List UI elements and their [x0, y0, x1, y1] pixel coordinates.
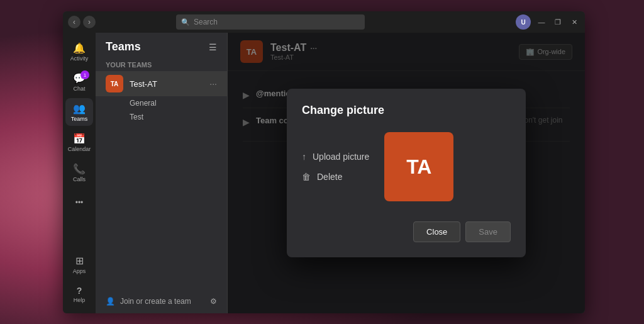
teams-window: ‹ › 🔍 Search U — ❐ ✕ 🔔 Activity 💬 Chat 1 — [63, 11, 585, 313]
trash-icon: 🗑 — [302, 172, 311, 182]
calendar-icon: 📅 — [73, 133, 86, 145]
sidebar: Teams ☰ Your teams TA Test-AT ··· Genera… — [96, 33, 228, 313]
sidebar-title: Teams — [106, 40, 204, 53]
upload-picture-item[interactable]: ↑ Upload picture — [302, 152, 369, 162]
activity-label: Activity — [70, 55, 89, 62]
modal-actions: ↑ Upload picture 🗑 Delete — [302, 152, 369, 182]
upload-icon: ↑ — [302, 152, 306, 162]
modal-body: ↑ Upload picture 🗑 Delete TA — [302, 132, 511, 201]
activity-icon: 🔔 — [73, 42, 86, 54]
delete-label: Delete — [317, 172, 342, 182]
sidebar-item-chat[interactable]: 💬 Chat 1 — [65, 68, 93, 96]
teams-label: Teams — [71, 116, 88, 122]
join-team-icon: 👤 — [106, 297, 115, 306]
team-avatar: TA — [106, 75, 123, 92]
search-icon: 🔍 — [181, 18, 190, 26]
filter-button[interactable]: ☰ — [209, 42, 217, 52]
sidebar-item-help[interactable]: ? Help — [65, 281, 93, 308]
sidebar-item-more[interactable]: ••• — [65, 189, 93, 216]
nav-controls: ‹ › — [68, 16, 96, 28]
sidebar-item-calls[interactable]: 📞 Calls — [65, 159, 93, 186]
chat-badge: 1 — [80, 70, 89, 79]
modal-title: Change picture — [302, 104, 511, 117]
nav-rail: 🔔 Activity 💬 Chat 1 👥 Teams 📅 Calendar 📞… — [63, 33, 96, 313]
sidebar-item-calendar[interactable]: 📅 Calendar — [65, 128, 93, 156]
sidebar-header: Teams ☰ — [96, 33, 227, 59]
calendar-label: Calendar — [68, 146, 91, 152]
upload-label: Upload picture — [313, 152, 369, 162]
team-name: Test-AT — [130, 79, 209, 89]
modal-overlay: Change picture ↑ Upload picture 🗑 Delete — [228, 33, 585, 313]
back-button[interactable]: ‹ — [68, 16, 80, 28]
settings-icon[interactable]: ⚙ — [210, 297, 217, 306]
title-bar: ‹ › 🔍 Search U — ❐ ✕ — [63, 11, 585, 33]
your-teams-label: Your teams — [96, 59, 227, 71]
more-icon: ••• — [75, 198, 84, 207]
minimize-button[interactable]: — — [536, 16, 547, 28]
user-avatar[interactable]: U — [516, 14, 531, 30]
sidebar-item-teams[interactable]: 👥 Teams — [65, 98, 93, 126]
chat-label: Chat — [73, 86, 85, 92]
sidebar-footer[interactable]: 👤 Join or create a team ⚙ — [96, 289, 227, 313]
save-button[interactable]: Save — [465, 221, 511, 242]
forward-button[interactable]: › — [83, 16, 96, 28]
main-content: TA Test-AT ··· Test-AT 🏢 Org-wide ▶ @men… — [228, 33, 585, 313]
channel-item-test[interactable]: Test — [96, 110, 227, 124]
modal-footer: Close Save — [302, 221, 511, 242]
help-icon: ? — [77, 286, 82, 296]
apps-label: Apps — [73, 268, 86, 274]
close-button[interactable]: Close — [413, 221, 460, 242]
modal-preview-avatar: TA — [384, 132, 453, 201]
channel-item-general[interactable]: General — [96, 96, 227, 110]
content-area: 🔔 Activity 💬 Chat 1 👥 Teams 📅 Calendar 📞… — [63, 33, 585, 313]
team-more-button[interactable]: ··· — [209, 79, 217, 89]
apps-icon: ⊞ — [75, 255, 84, 267]
team-item[interactable]: TA Test-AT ··· — [96, 71, 227, 96]
sidebar-item-activity[interactable]: 🔔 Activity — [65, 38, 93, 65]
teams-icon: 👥 — [73, 103, 86, 115]
change-picture-modal: Change picture ↑ Upload picture 🗑 Delete — [287, 89, 526, 257]
delete-picture-item[interactable]: 🗑 Delete — [302, 172, 369, 182]
window-controls: U — ❐ ✕ — [516, 14, 580, 30]
maximize-button[interactable]: ❐ — [552, 16, 564, 28]
join-team-label: Join or create a team — [120, 297, 191, 306]
search-placeholder: Search — [194, 18, 218, 26]
sidebar-item-apps[interactable]: ⊞ Apps — [65, 250, 93, 278]
calls-label: Calls — [73, 176, 86, 182]
help-label: Help — [74, 297, 86, 303]
search-bar[interactable]: 🔍 Search — [176, 14, 365, 30]
calls-icon: 📞 — [73, 163, 86, 175]
close-button[interactable]: ✕ — [569, 16, 580, 28]
